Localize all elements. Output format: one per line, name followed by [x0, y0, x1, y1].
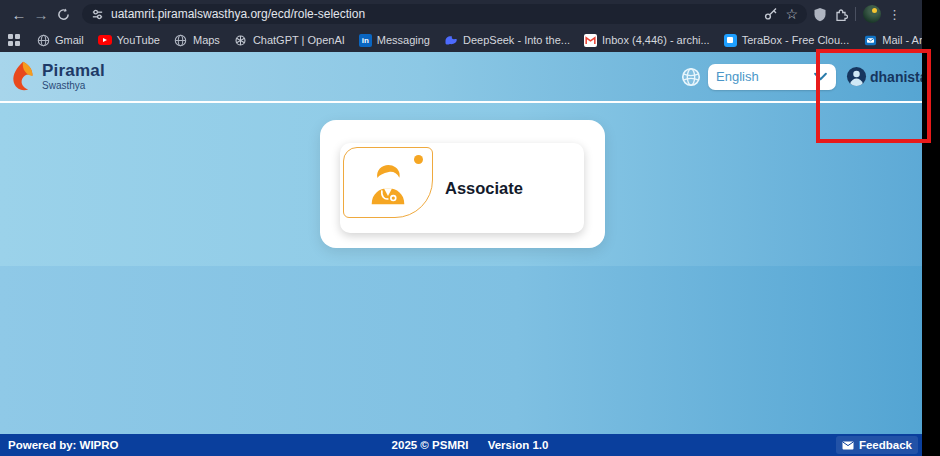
bookmark-label: Maps [193, 34, 220, 46]
openai-icon [234, 33, 248, 47]
chevron-down-icon [813, 72, 828, 81]
gmail-m-icon [584, 34, 597, 47]
apps-grid-icon[interactable] [8, 34, 20, 46]
extensions-puzzle-icon[interactable] [834, 7, 848, 21]
brand-logo: Piramal Swasthya [10, 60, 105, 93]
deepseek-whale-icon [444, 33, 458, 47]
bookmark-label: Gmail [55, 34, 84, 46]
footer-center: 2025 © PSMRI Version 1.0 [0, 439, 940, 451]
bookmark-label: DeepSeek - Into the... [463, 34, 570, 46]
url-bar[interactable]: uatamrit.piramalswasthya.org/ecd/role-se… [82, 4, 807, 24]
globe-icon [36, 33, 50, 47]
bookmark-item-chatgpt[interactable]: ChatGPT | OpenAI [234, 33, 345, 47]
copyright-text: 2025 © PSMRI [392, 439, 469, 451]
bookmark-item-terabox[interactable]: TeraBox - Free Clou... [724, 34, 850, 47]
doctor-icon [365, 161, 411, 205]
brand-name: Piramal [42, 62, 105, 79]
bookmark-item-gmail[interactable]: Gmail [36, 33, 84, 47]
bookmark-label: Messaging [377, 34, 430, 46]
envelope-icon [842, 441, 854, 450]
role-card-container: Associate [320, 120, 605, 248]
bookmark-star-icon[interactable]: ☆ [785, 7, 798, 21]
app-header: Piramal Swasthya English [0, 52, 940, 103]
language-select[interactable]: English [708, 64, 836, 90]
notification-dot [414, 155, 423, 164]
terabox-icon [724, 34, 737, 47]
bookmark-item-messaging[interactable]: in Messaging [359, 34, 430, 47]
browser-toolbar: ← → uatamrit.piramalswasthya.org/ecd/rol… [0, 0, 940, 28]
bookmark-item-maps[interactable]: Maps [174, 33, 220, 47]
reload-button[interactable] [52, 3, 74, 25]
forward-button[interactable]: → [30, 3, 52, 25]
linkedin-icon: in [359, 34, 372, 47]
youtube-icon [98, 35, 112, 45]
toolbar-divider [855, 7, 856, 21]
shield-extension-icon[interactable] [813, 7, 827, 22]
feedback-label: Feedback [859, 439, 912, 451]
browser-menu-button[interactable]: ⋮ [888, 7, 901, 22]
language-value: English [716, 69, 759, 84]
role-label: Associate [445, 179, 523, 198]
version-text: Version 1.0 [488, 439, 549, 451]
background-lower [0, 266, 940, 434]
bookmark-label: YouTube [117, 34, 160, 46]
toolbar-right: ⋮ [813, 5, 901, 23]
outlook-icon [863, 33, 877, 47]
feedback-button[interactable]: Feedback [836, 436, 918, 454]
back-button[interactable]: ← [8, 3, 30, 25]
profile-avatar[interactable] [863, 5, 881, 23]
screen: ← → uatamrit.piramalswasthya.org/ecd/rol… [0, 0, 940, 456]
bookmark-item-deepseek[interactable]: DeepSeek - Into the... [444, 33, 570, 47]
bookmark-item-inbox[interactable]: Inbox (4,446) - archi... [584, 34, 710, 47]
url-text: uatamrit.piramalswasthya.org/ecd/role-se… [111, 7, 757, 21]
bookmarks-bar: Gmail YouTube Maps ChatGPT | OpenAI in M… [0, 28, 940, 52]
reload-icon [57, 8, 70, 21]
globe-icon [174, 33, 188, 47]
bookmark-item-youtube[interactable]: YouTube [98, 34, 160, 46]
user-avatar-icon [846, 66, 867, 87]
globe-language-icon [680, 66, 702, 88]
footer: Powered by: WIPRO 2025 © PSMRI Version 1… [0, 434, 940, 456]
bookmark-label: ChatGPT | OpenAI [253, 34, 345, 46]
screenshot-black-strip [922, 0, 940, 456]
passwords-key-icon[interactable] [764, 7, 778, 21]
bookmark-label: TeraBox - Free Clou... [742, 34, 850, 46]
role-card-associate[interactable]: Associate [340, 143, 584, 233]
main-area: Associate [0, 103, 940, 434]
role-icon-tile [343, 147, 433, 218]
bookmark-label: Inbox (4,446) - archi... [602, 34, 710, 46]
brand-subtitle: Swasthya [42, 81, 105, 91]
piramal-flame-icon [10, 60, 36, 93]
header-right: English dhanistabor [680, 52, 940, 101]
site-info-tune-icon[interactable] [91, 8, 104, 21]
